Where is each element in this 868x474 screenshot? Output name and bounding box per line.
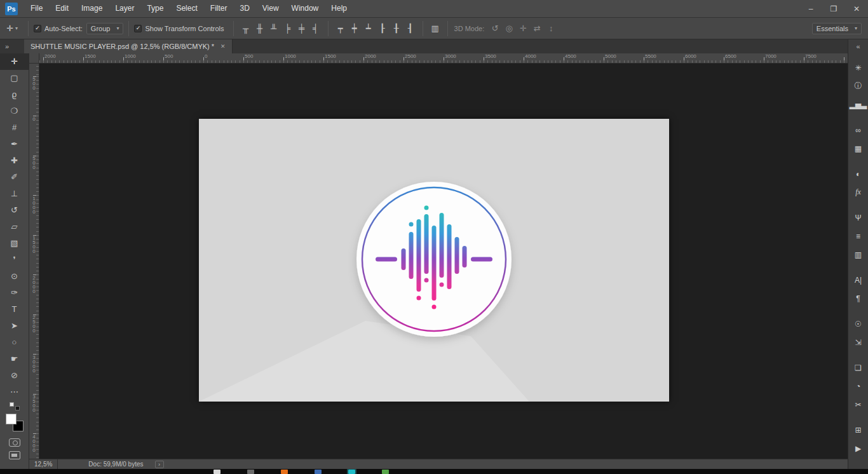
panel-histogram-icon[interactable]: ▂▅▃ (848, 95, 868, 114)
menu-edit[interactable]: Edit (49, 0, 75, 18)
toolbar-collapse-arrows-icon[interactable]: » (0, 39, 14, 53)
panel-clone-source-icon[interactable]: ⊞ (848, 421, 868, 439)
dodge-tool[interactable]: ⊙ (0, 268, 29, 285)
panel-info-icon[interactable]: ⓘ (848, 77, 868, 95)
edit-toolbar-button[interactable]: ⋯ (0, 384, 29, 400)
default-swap-colors-icon[interactable] (10, 402, 20, 410)
vertical-ruler[interactable]: 50005001000150020002500300035004000 (29, 64, 39, 459)
panel-navigator-icon[interactable]: ∞ (848, 121, 868, 139)
quick-mask-button[interactable] (9, 438, 20, 447)
panel-color-icon[interactable]: ◐ (848, 165, 868, 183)
menu-type[interactable]: Type (140, 0, 170, 18)
auto-select-checkbox[interactable]: ✓ (34, 25, 41, 32)
eyedropper-tool[interactable]: ✒ (0, 136, 29, 152)
distribute-top-edges-icon[interactable]: ┯ (334, 22, 348, 35)
document-canvas[interactable] (199, 119, 669, 402)
align-left-edges-icon[interactable]: ╞ (281, 22, 295, 35)
menu-help[interactable]: Help (325, 0, 353, 18)
zoom-level-field[interactable]: 12,5% (29, 461, 57, 468)
horizontal-ruler[interactable]: 2000150010005000500100015002000250030003… (39, 53, 848, 64)
restore-button[interactable]: ❐ (822, 0, 845, 18)
taskbar-icon-3[interactable] (281, 470, 288, 474)
document-tab[interactable]: SHUTTLE MUSIC PLAYER.psd @ 12,5% (RGB/8/… (24, 39, 233, 53)
workspace-switcher-dropdown[interactable]: Essentials ▾ (812, 23, 862, 34)
panel-adjustments-icon[interactable]: ✳ (848, 58, 868, 77)
menu-image[interactable]: Image (75, 0, 109, 18)
document-tab-title: SHUTTLE MUSIC PLAYER.psd @ 12,5% (RGB/8/… (31, 43, 214, 50)
auto-select-scope-dropdown[interactable]: Group ▾ (86, 23, 124, 34)
align-bottom-edges-icon[interactable]: ╨ (267, 22, 281, 35)
panel-paragraph-icon[interactable]: ¶ (848, 289, 868, 308)
menu-window[interactable]: Window (285, 0, 325, 18)
expand-panels-arrows-icon[interactable]: « (848, 39, 868, 53)
rectangular-marquee-tool[interactable]: ▢ (0, 70, 29, 86)
clone-stamp-tool[interactable]: ⊥ (0, 186, 29, 202)
panel-layers-icon[interactable]: ❏ (848, 358, 868, 377)
menu-view[interactable]: View (256, 0, 285, 18)
align-horizontal-centers-icon[interactable]: ╪ (295, 22, 309, 35)
taskbar-icon-4[interactable] (315, 470, 322, 474)
minimize-button[interactable]: – (799, 0, 822, 18)
spot-healing-brush-tool[interactable]: ✚ (0, 152, 29, 169)
3d-orbit-icon[interactable]: ↺ (488, 22, 502, 35)
panel-brush-settings-icon[interactable]: Ψ (848, 208, 868, 227)
3d-scale-icon[interactable]: ↕ (544, 22, 558, 35)
ruler-corner[interactable] (29, 53, 39, 64)
taskbar-icon-2[interactable] (247, 470, 254, 474)
show-transform-controls-checkbox[interactable]: ✓ (134, 25, 142, 32)
menu-3d[interactable]: 3D (233, 0, 255, 18)
tool-options-bar: ✛ ▾ ✓ Auto-Select: Group ▾ ✓ Show Transf… (0, 18, 868, 39)
align-right-edges-icon[interactable]: ╡ (309, 22, 323, 35)
eraser-tool[interactable]: ▱ (0, 219, 29, 235)
crop-tool[interactable]: # (0, 119, 29, 136)
3d-pan-icon[interactable]: ✛ (516, 22, 530, 35)
panel-3d-icon[interactable]: ☉ (848, 315, 868, 333)
panel-swatches-icon[interactable]: ▦ (848, 139, 868, 158)
screen-mode-button[interactable] (9, 451, 20, 459)
panel-timeline-icon[interactable]: ▶ (848, 439, 868, 457)
3d-roll-icon[interactable]: ◎ (502, 22, 516, 35)
distribute-bottom-edges-icon[interactable]: ┷ (362, 22, 376, 35)
zoom-tool[interactable]: ⊘ (0, 367, 29, 384)
menu-select[interactable]: Select (170, 0, 203, 18)
current-tool-preset[interactable]: ✛ ▾ (0, 24, 23, 33)
ellipse-tool[interactable]: ○ (0, 334, 29, 351)
panel-styles-icon[interactable]: fx (848, 183, 868, 201)
brush-tool[interactable]: ✐ (0, 169, 29, 186)
close-button[interactable]: ✕ (845, 0, 868, 18)
close-icon[interactable]: ✕ (220, 43, 226, 50)
align-vertical-centers-icon[interactable]: ╫ (253, 22, 267, 35)
panel-paths-icon[interactable]: ✂ (848, 395, 868, 414)
panel-layer-comps-icon[interactable]: ▥ (848, 245, 868, 264)
quick-selection-tool[interactable]: ❍ (0, 103, 29, 119)
lasso-tool[interactable]: ϱ (0, 86, 29, 103)
auto-align-layers-icon[interactable]: ▥ (428, 22, 442, 35)
taskbar-icon-1[interactable] (214, 470, 220, 474)
blur-tool[interactable]: ❜ (0, 252, 29, 268)
hand-tool[interactable]: ☛ (0, 351, 29, 367)
taskbar-icon-6[interactable] (382, 470, 389, 474)
taskbar-icon-photoshop[interactable] (348, 470, 355, 474)
align-top-edges-icon[interactable]: ╥ (239, 22, 253, 35)
menu-filter[interactable]: Filter (204, 0, 234, 18)
status-options-chevron[interactable]: › (155, 461, 164, 468)
distribute-horizontal-centers-icon[interactable]: ╂ (390, 22, 403, 35)
foreground-color-swatch[interactable] (6, 414, 17, 424)
panel-measurement-icon[interactable]: ⇲ (848, 333, 868, 351)
type-tool[interactable]: T (0, 301, 29, 318)
menu-file[interactable]: File (24, 0, 49, 18)
distribute-left-edges-icon[interactable]: ┠ (376, 22, 390, 35)
path-selection-tool[interactable]: ➤ (0, 318, 29, 334)
panel-channels-icon[interactable]: ◔ (848, 377, 868, 395)
canvas-area[interactable] (39, 64, 848, 459)
distribute-vertical-centers-icon[interactable]: ┿ (348, 22, 362, 35)
gradient-tool[interactable]: ▧ (0, 235, 29, 252)
panel-character-icon[interactable]: A| (848, 271, 868, 289)
pen-tool[interactable]: ✑ (0, 285, 29, 301)
distribute-right-edges-icon[interactable]: ┨ (403, 22, 417, 35)
menu-layer[interactable]: Layer (109, 0, 140, 18)
panel-tool-presets-icon[interactable]: ≡ (848, 227, 868, 245)
history-brush-tool[interactable]: ↺ (0, 202, 29, 219)
3d-slide-icon[interactable]: ⇄ (530, 22, 544, 35)
move-tool[interactable]: ✛ (0, 53, 29, 70)
